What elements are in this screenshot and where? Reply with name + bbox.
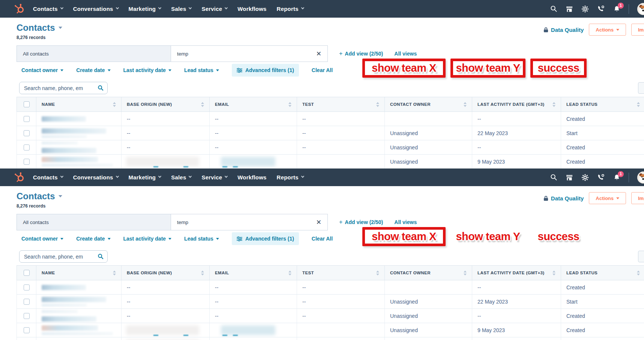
nav-contacts[interactable]: Contacts [33, 6, 63, 12]
filter-lead-status[interactable]: Lead status [184, 236, 219, 242]
row-checkbox[interactable] [24, 313, 30, 319]
data-quality-link[interactable]: Data Quality [543, 27, 584, 33]
filter-lead-status[interactable]: Lead status [184, 67, 219, 73]
clear-all-link[interactable]: Clear All [312, 236, 333, 242]
data-quality-link[interactable]: Data Quality [543, 195, 584, 202]
marketplace-icon[interactable] [566, 5, 573, 13]
tab-temp[interactable]: temp ✕ [171, 214, 328, 230]
nav-reports[interactable]: Reports [277, 174, 304, 181]
settings-icon[interactable] [581, 5, 589, 13]
nav-conversations[interactable]: Conversations [73, 6, 119, 12]
filter-contact-owner[interactable]: Contact owner [21, 236, 63, 242]
column-header-contact-owner[interactable]: CONTACT OWNER [384, 97, 472, 111]
nav-workflows[interactable]: Workflows [237, 6, 266, 12]
sort-icon[interactable] [464, 271, 467, 275]
column-header-last-activity[interactable]: LAST ACTIVITY DATE (GMT+3) [472, 97, 561, 111]
sort-icon[interactable] [288, 271, 291, 275]
tab-all-contacts[interactable]: All contacts [17, 45, 171, 62]
nav-sales[interactable]: Sales [171, 6, 191, 12]
column-header-email[interactable]: EMAIL [209, 97, 297, 111]
column-header-base-origin[interactable]: BASE ORIGIN (NEW) [121, 266, 209, 280]
hubspot-logo-icon[interactable] [14, 172, 25, 182]
search-input[interactable] [19, 82, 108, 94]
row-checkbox[interactable] [24, 130, 30, 136]
column-header-last-activity[interactable]: LAST ACTIVITY DATE (GMT+3) [472, 266, 561, 280]
calling-icon[interactable] [597, 174, 605, 181]
column-header-test[interactable]: TEST [297, 97, 384, 111]
nav-service[interactable]: Service [201, 6, 227, 12]
sort-icon[interactable] [113, 271, 116, 275]
column-header-name[interactable]: NAME [36, 266, 121, 280]
actions-button[interactable]: Actions [589, 192, 626, 204]
nav-reports[interactable]: Reports [277, 6, 304, 12]
notifications-icon[interactable]: 1 [613, 174, 620, 181]
sort-icon[interactable] [113, 102, 116, 107]
table-row[interactable]: -- -- -- Unassigned -- Created [17, 309, 644, 323]
row-checkbox[interactable] [24, 327, 30, 333]
nav-marketing[interactable]: Marketing [129, 6, 161, 12]
filter-contact-owner[interactable]: Contact owner [21, 67, 63, 73]
row-checkbox[interactable] [24, 299, 30, 305]
nav-marketing[interactable]: Marketing [129, 174, 161, 181]
cut-off-control[interactable] [638, 82, 644, 94]
sort-icon[interactable] [201, 102, 204, 107]
clear-all-link[interactable]: Clear All [312, 67, 333, 73]
sort-icon[interactable] [288, 102, 291, 107]
nav-sales[interactable]: Sales [171, 174, 191, 181]
table-row[interactable]: Unassigned 9 May 2023 Created [17, 155, 644, 168]
tab-all-contacts[interactable]: All contacts [17, 214, 171, 230]
notifications-icon[interactable]: 1 [613, 5, 620, 13]
filter-create-date[interactable]: Create date [76, 67, 110, 73]
table-row[interactable]: -- -- -- -- Created [17, 112, 644, 126]
table-row[interactable]: -- -- -- Unassigned 22 May 2023 Start [17, 295, 644, 309]
settings-icon[interactable] [581, 174, 589, 181]
select-all-checkbox[interactable] [24, 270, 30, 276]
add-view-link[interactable]: +Add view (2/50) [339, 50, 383, 57]
close-icon[interactable]: ✕ [316, 51, 321, 57]
column-header-test[interactable]: TEST [297, 266, 384, 280]
sort-icon[interactable] [201, 271, 204, 275]
search-icon[interactable] [550, 174, 557, 181]
import-button[interactable]: Imp [631, 24, 644, 36]
table-row[interactable]: -- -- -- Unassigned -- Created [17, 140, 644, 155]
sort-icon[interactable] [552, 271, 555, 275]
advanced-filters-button[interactable]: Advanced filters (1) [232, 232, 299, 245]
calling-icon[interactable] [597, 5, 605, 13]
sort-icon[interactable] [376, 102, 379, 107]
filter-last-activity-date[interactable]: Last activity date [123, 236, 172, 242]
search-input[interactable] [19, 250, 108, 263]
marketplace-icon[interactable] [566, 174, 573, 181]
close-icon[interactable]: ✕ [316, 219, 321, 226]
table-row[interactable]: -- -- -- Unassigned 22 May 2023 Start [17, 126, 644, 140]
column-header-contact-owner[interactable]: CONTACT OWNER [384, 266, 472, 280]
actions-button[interactable]: Actions [589, 24, 626, 36]
advanced-filters-button[interactable]: Advanced filters (1) [232, 64, 299, 77]
sort-icon[interactable] [637, 271, 640, 275]
all-views-link[interactable]: All views [394, 219, 417, 225]
hubspot-logo-icon[interactable] [14, 3, 25, 14]
filter-create-date[interactable]: Create date [76, 236, 110, 242]
filter-last-activity-date[interactable]: Last activity date [123, 67, 172, 73]
page-title-dropdown[interactable]: Contacts [17, 23, 62, 33]
column-header-lead-status[interactable]: LEAD STATUS [561, 97, 644, 111]
sort-icon[interactable] [376, 271, 379, 275]
row-checkbox[interactable] [24, 159, 30, 165]
cut-off-control[interactable] [638, 251, 644, 262]
row-checkbox[interactable] [24, 144, 30, 150]
avatar[interactable] [637, 3, 644, 15]
table-row[interactable]: -- -- -- -- Created [17, 280, 644, 295]
tab-temp[interactable]: temp ✕ [171, 45, 328, 62]
add-view-link[interactable]: +Add view (2/50) [339, 219, 383, 226]
column-header-name[interactable]: NAME [36, 97, 121, 111]
all-views-link[interactable]: All views [394, 51, 417, 57]
select-all-checkbox[interactable] [24, 101, 30, 107]
page-title-dropdown[interactable]: Contacts [17, 191, 62, 202]
table-row[interactable] [17, 337, 644, 340]
column-header-base-origin[interactable]: BASE ORIGIN (NEW) [121, 97, 209, 111]
column-header-lead-status[interactable]: LEAD STATUS [561, 266, 644, 280]
column-header-email[interactable]: EMAIL [209, 266, 297, 280]
nav-conversations[interactable]: Conversations [73, 174, 119, 181]
row-checkbox[interactable] [24, 284, 30, 290]
import-button[interactable]: Imp [631, 192, 644, 204]
avatar[interactable] [637, 172, 644, 184]
